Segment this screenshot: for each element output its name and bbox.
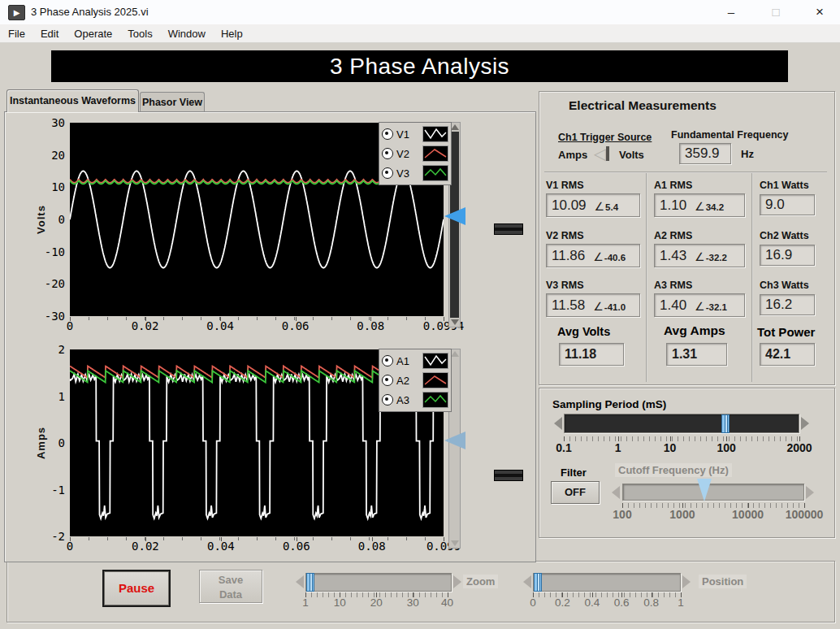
i-trigger-level-cursor[interactable] xyxy=(444,432,465,449)
a2-visibility-radio[interactable] xyxy=(382,375,393,386)
trigger-source-option-amps[interactable]: Amps xyxy=(558,149,587,161)
a3-line-style-swatch[interactable] xyxy=(422,392,448,408)
pause-button[interactable]: Pause xyxy=(104,571,169,605)
slider-tick-label: 10 xyxy=(334,596,346,609)
slider-right-arrow-icon[interactable] xyxy=(801,417,809,430)
slider-right-arrow-icon[interactable] xyxy=(453,575,461,588)
menu-window[interactable]: Window xyxy=(168,28,206,40)
y-tick: 0 xyxy=(29,436,65,449)
divider xyxy=(646,173,647,382)
measurements-title: Electrical Measurements xyxy=(569,98,717,113)
cutoff-frequency-label: Cutoff Frequency (Hz) xyxy=(615,463,732,477)
menu-bar: File Edit Operate Tools Window Help xyxy=(0,24,840,43)
window-title: 3 Phase Analysis 2025.vi xyxy=(31,6,149,18)
v3-visibility-radio[interactable] xyxy=(382,167,393,179)
trigger-source-switch[interactable]: ◁ xyxy=(594,145,609,163)
slider-left-arrow-icon[interactable] xyxy=(554,417,562,430)
tab-phasor-view[interactable]: Phasor View xyxy=(140,92,205,112)
position-slider-thumb[interactable] xyxy=(534,573,542,592)
slider-tick-label: 2000 xyxy=(786,441,812,454)
sampling-period-slider[interactable] xyxy=(564,414,799,433)
menu-operate[interactable]: Operate xyxy=(74,28,112,40)
y-tick: -30 xyxy=(29,310,65,323)
current-range-slider-thumb[interactable] xyxy=(494,470,523,481)
a1-line-style-swatch[interactable] xyxy=(422,353,448,369)
position-slider[interactable] xyxy=(533,573,681,592)
tot-power-value: 42.1 xyxy=(760,343,815,366)
cutoff-tick-labels: 100100010000100000 xyxy=(622,508,804,521)
v2-visibility-radio[interactable] xyxy=(382,148,393,159)
switch-handle[interactable] xyxy=(606,146,609,161)
maximize-button[interactable]: □ xyxy=(757,0,795,24)
legend-row-a2: A2 xyxy=(382,371,448,390)
trigger-source-option-volts[interactable]: Volts xyxy=(619,149,644,161)
x-tick: 0.06 xyxy=(283,540,310,553)
a3-legend-label: A3 xyxy=(396,394,419,406)
a1-visibility-radio[interactable] xyxy=(382,355,393,367)
slider-tick-label: 0.8 xyxy=(643,596,659,609)
y-tick: -2 xyxy=(29,530,65,543)
sampling-tick-labels: 0.11101002000 xyxy=(564,441,799,454)
slider-right-arrow-icon[interactable] xyxy=(682,575,691,588)
scroll-down-icon[interactable] xyxy=(451,319,459,325)
slider-tick-label: 10 xyxy=(664,441,677,454)
menu-file[interactable]: File xyxy=(8,28,25,40)
slider-left-arrow-icon[interactable] xyxy=(523,575,531,588)
slider-right-arrow-icon[interactable] xyxy=(806,486,814,499)
slider-left-arrow-icon[interactable] xyxy=(296,575,304,588)
a2-line-style-swatch[interactable] xyxy=(422,372,448,388)
voltage-range-slider-thumb[interactable] xyxy=(494,223,523,235)
a1-rms-angle: ∠34.2 xyxy=(695,200,724,213)
x-tick: 0.04 xyxy=(206,319,234,332)
cutoff-frequency-slider[interactable] xyxy=(622,484,804,501)
voltage-y-ticks: 3020100-10-20-30 xyxy=(31,123,67,316)
scroll-up-icon[interactable] xyxy=(451,351,459,357)
slider-tick-label: 0.1 xyxy=(556,441,571,454)
menu-tools[interactable]: Tools xyxy=(128,28,152,40)
a2-rms-value: 1.43 ∠-32.2 xyxy=(654,244,745,267)
v1-visibility-radio[interactable] xyxy=(382,128,393,140)
menu-edit[interactable]: Edit xyxy=(41,28,58,40)
v1-line-style-swatch[interactable] xyxy=(422,126,448,142)
y-tick: 30 xyxy=(29,116,65,129)
zoom-slider-thumb[interactable] xyxy=(306,573,314,592)
divider xyxy=(544,171,827,173)
slider-tick-label: 1 xyxy=(302,596,309,609)
a3-rms-label: A3 RMS xyxy=(654,280,692,291)
slider-tick-label: 1 xyxy=(678,596,684,609)
position-tick-labels: 00.20.40.60.81 xyxy=(533,596,681,609)
a3-rms-value: 1.40 ∠-32.1 xyxy=(654,293,745,317)
scroll-down-icon[interactable] xyxy=(451,540,459,546)
x-tick: 0 xyxy=(67,540,73,553)
v3-line-style-swatch[interactable] xyxy=(422,165,448,181)
angle-icon: ∠ xyxy=(695,300,705,313)
v-trigger-level-cursor[interactable] xyxy=(444,207,465,225)
filter-off-button[interactable]: OFF xyxy=(551,481,600,504)
voltage-x-ticks: 00.020.040.060.080.0994 xyxy=(70,319,444,332)
a2-rms-label: A2 RMS xyxy=(654,230,692,241)
cutoff-frequency-pointer[interactable] xyxy=(697,479,712,501)
application-window: ▶ 3 Phase Analysis 2025.vi – □ × File Ed… xyxy=(0,0,840,629)
scroll-up-icon[interactable] xyxy=(451,124,459,130)
a1-rms-value: 1.10 ∠34.2 xyxy=(654,193,745,217)
minimize-button[interactable]: – xyxy=(712,0,750,24)
v2-rms-magnitude: 11.86 xyxy=(552,248,585,264)
v2-line-style-swatch[interactable] xyxy=(422,145,448,162)
slider-tick-label: 100 xyxy=(717,441,735,454)
tab-instantaneous-waveforms[interactable]: Instantaneous Waveforms xyxy=(6,89,139,112)
a3-visibility-radio[interactable] xyxy=(382,394,393,406)
save-data-button[interactable]: Save Data xyxy=(199,570,262,603)
menu-help[interactable]: Help xyxy=(221,28,243,40)
close-button[interactable]: × xyxy=(801,0,838,24)
slider-tick-label: 100 xyxy=(613,508,631,521)
avg-volts-label: Avg Volts xyxy=(557,325,610,338)
ch1-trigger-source-label: Ch1 Trigger Source xyxy=(558,132,652,143)
sampling-period-slider-thumb[interactable] xyxy=(721,414,730,433)
slider-tick-label: 30 xyxy=(407,596,419,609)
slider-tick-label: 0.4 xyxy=(584,596,600,609)
slider-left-arrow-icon[interactable] xyxy=(612,486,620,499)
zoom-slider[interactable] xyxy=(305,573,452,592)
y-tick: -10 xyxy=(29,245,65,258)
x-tick: 0.04 xyxy=(207,540,235,553)
v1-rms-angle: ∠5.4 xyxy=(595,200,619,213)
